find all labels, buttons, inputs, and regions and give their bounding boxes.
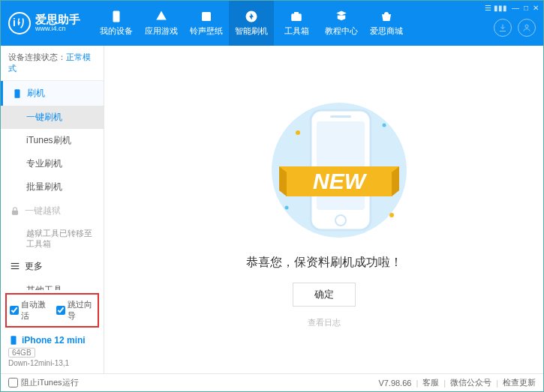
sidebar-group-jailbreak[interactable]: 一键越狱 [1,199,104,223]
tutorial-icon [335,10,348,23]
svg-rect-3 [294,12,299,14]
nav-ringtones[interactable]: 铃声壁纸 [184,1,229,46]
sidebar-item-othertools[interactable]: 其他工具 [1,279,104,290]
svg-rect-8 [11,266,20,267]
wallpaper-icon [200,10,213,23]
user-button[interactable] [518,19,536,37]
ok-button[interactable]: 确定 [293,283,356,307]
svg-point-21 [382,123,386,127]
device-block: iPhone 12 mini 64GB Down-12mini-13,1 [1,331,104,373]
checkbox-skip-wizard[interactable]: 跳过向导 [56,299,95,322]
device-name[interactable]: iPhone 12 mini [8,335,96,346]
download-icon [498,23,507,32]
nav-flash[interactable]: 智能刷机 [229,1,274,46]
svg-rect-15 [330,115,351,118]
maximize-icon[interactable]: □ [524,4,528,12]
svg-point-22 [284,205,288,209]
lock-icon [10,206,20,217]
svg-rect-5 [15,89,20,98]
phone-icon [110,10,123,23]
app-header: iり 爱思助手 www.i4.cn 我的设备 应用游戏 铃声壁纸 智能刷机 工具… [1,1,543,46]
view-log-link[interactable]: 查看日志 [308,317,341,328]
sidebar-item-pro[interactable]: 专业刷机 [1,152,104,175]
svg-rect-13 [317,121,365,210]
svg-rect-0 [113,11,120,22]
checkbox-auto-activate[interactable]: 自动激活 [10,299,49,322]
options-highlight-box: 自动激活 跳过向导 [5,293,99,328]
menu-icon[interactable]: ☰ ▮▮▮ [485,4,507,12]
close-icon[interactable]: ✕ [533,4,539,12]
svg-rect-1 [202,12,211,21]
window-controls: ☰ ▮▮▮ — □ ✕ [485,4,539,12]
download-button[interactable] [494,19,512,37]
device-model: Down-12mini-13,1 [8,359,96,367]
nav-store[interactable]: 爱思商城 [364,1,409,46]
svg-text:NEW: NEW [313,169,368,193]
nav-apps[interactable]: 应用游戏 [139,1,184,46]
main-content: NEW 恭喜您，保资料刷机成功啦！ 确定 查看日志 [104,46,543,373]
nav-my-device[interactable]: 我的设备 [94,1,139,46]
logo-icon: iり [8,12,31,34]
sidebar-item-itunes[interactable]: iTunes刷机 [1,129,104,152]
phone-illustration: NEW [264,91,384,241]
svg-point-4 [525,25,528,28]
wechat-link[interactable]: 微信公众号 [450,377,491,388]
svg-point-20 [296,130,300,135]
sidebar: 设备连接状态：正常模式 刷机 一键刷机 iTunes刷机 专业刷机 批量刷机 一… [1,46,104,373]
toolbox-icon [290,10,303,23]
top-nav: 我的设备 应用游戏 铃声壁纸 智能刷机 工具箱 教程中心 爱思商城 [94,1,409,46]
flash-icon [245,10,258,23]
nav-toolbox[interactable]: 工具箱 [274,1,319,46]
device-storage: 64GB [8,348,35,358]
nav-tutorials[interactable]: 教程中心 [319,1,364,46]
svg-rect-2 [291,13,302,21]
jailbreak-note: 越狱工具已转移至工具箱 [1,223,104,254]
svg-rect-9 [11,268,20,269]
svg-point-23 [389,213,394,217]
sidebar-group-flash[interactable]: 刷机 [1,81,104,106]
minimize-icon[interactable]: — [512,4,519,12]
phone-icon [12,88,23,99]
svg-rect-6 [12,210,18,214]
checkbox-block-itunes[interactable]: 阻止iTunes运行 [8,377,79,388]
user-icon [522,23,531,32]
connection-status: 设备连接状态：正常模式 [1,46,104,81]
more-icon [10,261,20,271]
apps-icon [155,10,168,23]
footer: 阻止iTunes运行 V7.98.66 | 客服 | 微信公众号 | 检查更新 [1,373,543,391]
sidebar-item-batch[interactable]: 批量刷机 [1,175,104,199]
app-name: 爱思助手 [35,13,80,26]
support-link[interactable]: 客服 [422,377,439,388]
svg-rect-7 [11,263,20,264]
logo-block: iり 爱思助手 www.i4.cn [8,12,80,34]
check-update-link[interactable]: 检查更新 [503,377,536,388]
version-label: V7.98.66 [378,379,411,388]
phone-icon [8,335,19,346]
sidebar-item-oneclick[interactable]: 一键刷机 [1,106,104,129]
store-icon [380,10,393,23]
sidebar-group-more[interactable]: 更多 [1,254,104,279]
app-url: www.i4.cn [35,25,80,33]
svg-rect-10 [11,336,17,345]
success-message: 恭喜您，保资料刷机成功啦！ [246,255,402,271]
